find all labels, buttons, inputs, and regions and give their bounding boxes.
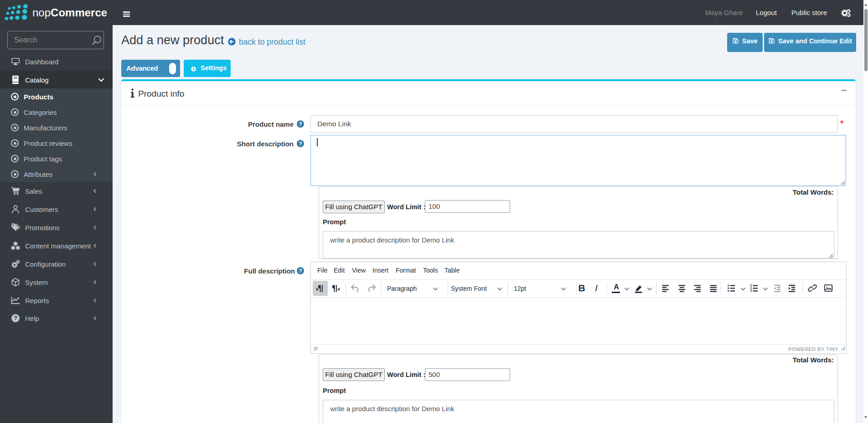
svg-text:3: 3	[750, 289, 752, 292]
svg-text:?: ?	[14, 315, 17, 321]
